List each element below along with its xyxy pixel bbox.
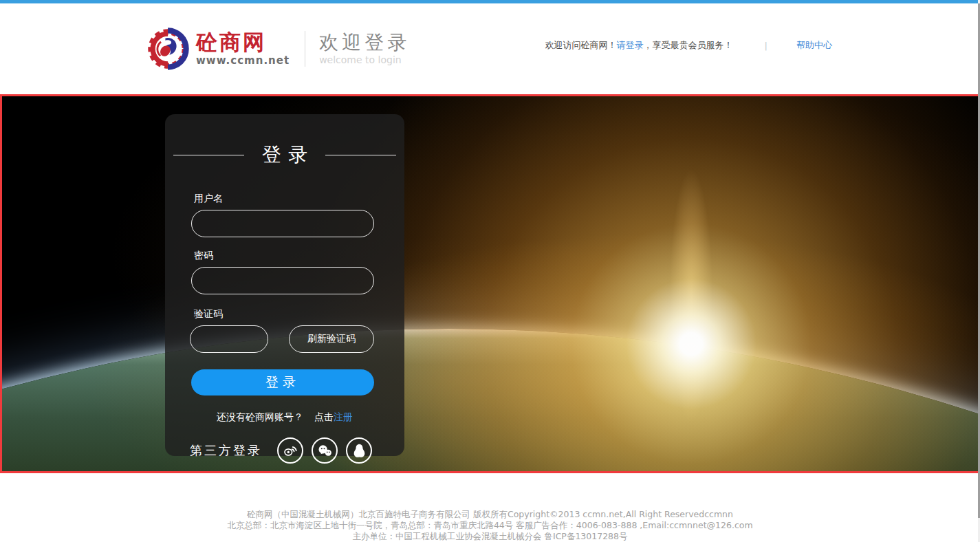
- login-page: 砼商网 www.ccmn.net 欢迎登录 welcome to login 欢…: [0, 0, 980, 542]
- header-links: 欢迎访问砼商网！ 请登录 ，享受最贵会员服务！ | 帮助中心: [545, 39, 832, 52]
- footer: 砼商网（中国混凝土机械网）北京百施特电子商务有限公司 版权所有Copyright…: [0, 473, 980, 542]
- third-party-label: 第三方登录: [190, 442, 262, 459]
- greeting-text: 欢迎访问砼商网！: [545, 39, 617, 52]
- title-rule-left: [173, 155, 244, 155]
- qq-login-button[interactable]: [346, 437, 372, 464]
- title-rule-right: [325, 155, 396, 155]
- username-label: 用户名: [194, 193, 404, 205]
- wechat-login-button[interactable]: [312, 437, 338, 464]
- hero-banner: 登录 用户名 密码 验证码 刷新验证码 登录 还没有砼商网账号？点击注册 第三方…: [0, 94, 980, 473]
- site-logo[interactable]: 砼商网 www.ccmn.net 欢迎登录 welcome to login: [146, 26, 410, 72]
- copyright-line: 砼商网（中国混凝土机械网）北京百施特电子商务有限公司 版权所有Copyright…: [0, 509, 980, 520]
- page-title: 欢迎登录: [319, 32, 410, 54]
- register-link[interactable]: 注册: [334, 411, 353, 422]
- help-center-link[interactable]: 帮助中心: [796, 39, 832, 52]
- password-input[interactable]: [191, 267, 374, 294]
- qq-icon: [351, 442, 368, 459]
- header: 砼商网 www.ccmn.net 欢迎登录 welcome to login 欢…: [0, 3, 980, 94]
- captcha-input[interactable]: [190, 325, 268, 353]
- contact-line: 北京总部：北京市海淀区上地十街一号院，青岛总部：青岛市重庆北路44号 客服广告合…: [0, 520, 980, 531]
- gear-globe-logo-icon: [146, 26, 190, 72]
- header-separator: |: [765, 41, 767, 51]
- wechat-icon: [316, 442, 334, 459]
- panel-title: 登录: [262, 142, 314, 168]
- weibo-login-button[interactable]: [277, 437, 303, 464]
- page-subtitle: welcome to login: [319, 54, 410, 65]
- username-input[interactable]: [191, 210, 374, 237]
- captcha-label: 验证码: [194, 308, 404, 321]
- login-link[interactable]: 请登录: [617, 39, 644, 52]
- no-account-text: 还没有砼商网账号？: [217, 411, 303, 422]
- brand-url: www.ccmn.net: [196, 54, 290, 67]
- earth-horizon-image: [0, 329, 980, 473]
- login-button[interactable]: 登录: [191, 369, 374, 395]
- click-text: 点击: [314, 411, 334, 422]
- brand-name: 砼商网: [196, 31, 290, 54]
- login-panel: 登录 用户名 密码 验证码 刷新验证码 登录 还没有砼商网账号？点击注册 第三方…: [165, 114, 404, 456]
- header-divider: [305, 31, 305, 67]
- greeting-suffix: ，享受最贵会员服务！: [644, 39, 733, 52]
- refresh-captcha-button[interactable]: 刷新验证码: [289, 325, 374, 353]
- weibo-icon: [282, 442, 298, 459]
- password-label: 密码: [194, 250, 404, 262]
- organizer-line: 主办单位：中国工程机械工业协会混凝土机械分会 鲁ICP备13017288号: [0, 531, 980, 542]
